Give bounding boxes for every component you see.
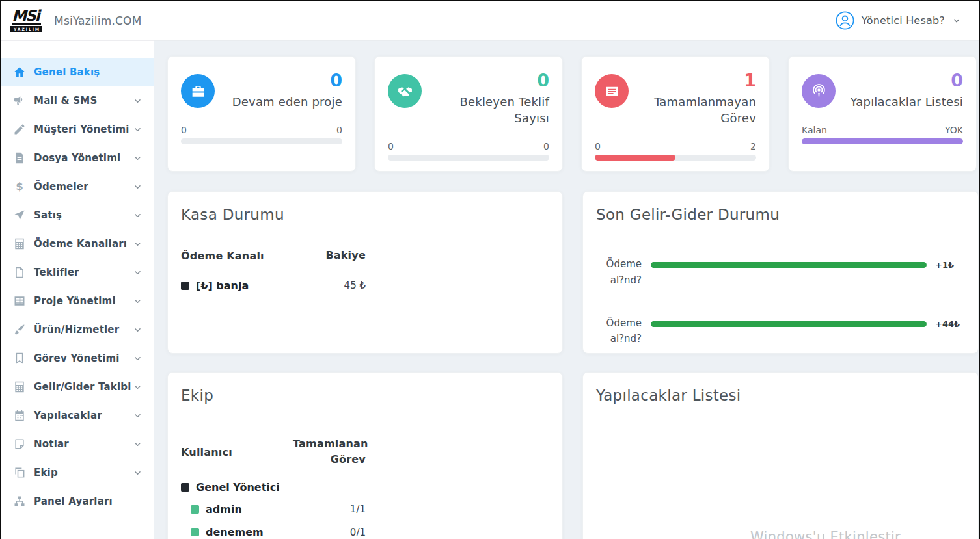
chevron-down-icon: [132, 410, 143, 421]
windows-activation-watermark: Windows'u Etkinleştir: [750, 529, 901, 539]
sitemap-icon: [12, 494, 27, 508]
sidebar-item[interactable]: Ekip: [1, 458, 154, 487]
sidebar-item[interactable]: Gelir/Gider Takibi: [1, 373, 154, 401]
stat-card-top: 1 Tamamlanmayan Görev: [595, 64, 756, 126]
sidebar-item-label: Proje Yönetimi: [34, 295, 132, 307]
stat-value: 0: [422, 70, 549, 92]
gelir-row-label: Ödeme al?nd?: [596, 256, 642, 289]
sidebar-item[interactable]: Proje Yönetimi: [1, 287, 154, 315]
stat-label: Bekleyen Teklif Sayısı: [422, 94, 549, 126]
sidebar-item[interactable]: Genel Bakış: [1, 58, 154, 86]
gelir-amount: +44₺: [935, 319, 965, 329]
stat-progress-track: [595, 155, 756, 161]
kasa-row: [₺] banja 45 ₺: [181, 278, 366, 293]
chevron-down-icon: [951, 16, 962, 26]
sidebar-item[interactable]: Mail & SMS: [1, 86, 154, 115]
legend-square-icon: [191, 528, 199, 536]
ekip-user-row: admin 1/1: [181, 502, 366, 517]
sidebar-item[interactable]: Yapılacaklar: [1, 401, 154, 430]
stat-progress-fill: [802, 138, 963, 144]
msi-logo[interactable]: MSi YAZILIM: [10, 9, 42, 32]
account-menu[interactable]: Yönetici Hesab?: [835, 10, 962, 31]
brush-icon: [12, 322, 27, 337]
copy-icon: [12, 466, 27, 480]
chevron-down-icon: [132, 296, 143, 307]
sidebar-item-label: Ekip: [34, 467, 132, 479]
legend-square-icon: [181, 282, 189, 290]
sidebar-item-label: Mail & SMS: [34, 95, 132, 107]
chevron-down-icon: [132, 96, 143, 107]
table-icon: [12, 294, 27, 308]
stat-card-top: 0 Devam eden proje: [181, 64, 342, 110]
note-icon: [12, 437, 27, 451]
ekip-user-name: admin: [206, 503, 293, 516]
sidebar-item-label: Gelir/Gider Takibi: [34, 381, 132, 393]
kasa-col-odeme-kanali: Ödeme Kanalı: [181, 250, 293, 262]
chevron-down-icon: [132, 439, 143, 450]
dollar-icon: $: [12, 179, 27, 194]
chevron-down-icon: [132, 210, 143, 221]
stat-min-label: 0: [388, 141, 394, 151]
chevron-down-icon: [132, 467, 143, 479]
sidebar-item[interactable]: Müşteri Yönetimi: [1, 115, 154, 144]
stat-card: 0 Devam eden proje 0 0: [167, 56, 356, 172]
sidebar-item[interactable]: Teklifler: [1, 258, 154, 287]
kasa-rows: [₺] banja 45 ₺: [181, 278, 366, 293]
stat-label: Devam eden proje: [215, 94, 342, 110]
briefcase-icon: [181, 74, 215, 108]
dashboard-page: { "brand": { "logo": "MSi", "logo_sub": …: [0, 0, 980, 539]
stat-max-label: 0: [336, 125, 342, 135]
gelir-row: Ödeme al?nd? +1₺: [596, 259, 965, 289]
ekip-user-tasks: 1/1: [293, 502, 366, 517]
sidebar-item[interactable]: Satış: [1, 201, 154, 230]
calculator-icon: [12, 237, 27, 251]
ekip-group-row: Genel Yönetici: [181, 481, 366, 493]
gelir-row-label: Ödeme al?nd?: [596, 315, 642, 348]
gelir-rows: Ödeme al?nd? +1₺ Ödeme al?nd? +44₺: [596, 259, 965, 347]
ekip-user-tasks: 0/1: [293, 525, 366, 539]
sidebar-item[interactable]: Görev Yönetimi: [1, 344, 154, 373]
sidebar-item[interactable]: Ürün/Hizmetler: [1, 315, 154, 344]
main-content: 0 Devam eden proje 0 0 0 Bekleyen Tekli: [154, 41, 979, 539]
sidebar-item-label: Ürün/Hizmetler: [34, 324, 132, 335]
sidebar-item-label: Müşteri Yönetimi: [34, 124, 132, 135]
top-header: Yönetici Hesab?: [154, 1, 979, 41]
sidebar-item[interactable]: Ödeme Kanalları: [1, 230, 154, 258]
stat-card-top: 0 Bekleyen Teklif Sayısı: [388, 64, 549, 126]
stat-min-label: 0: [595, 141, 601, 151]
pencil-icon: [12, 122, 27, 137]
sidebar: MSi YAZILIM MsiYazilim.COM Genel Bakış M…: [1, 1, 154, 539]
stat-progress-track: [388, 155, 549, 161]
stat-value: 0: [215, 70, 342, 92]
stat-card-top: 0 Yapılacaklar Listesi: [802, 64, 963, 110]
location-arrow-icon: [12, 208, 27, 222]
ekip-table-header: Kullanıcı Tamamlanan Görev: [181, 436, 366, 467]
kasa-col-bakiye: Bakiye: [293, 248, 366, 263]
panel-title: Ekip: [181, 387, 549, 404]
home-icon: [12, 65, 27, 79]
account-label: Yönetici Hesab?: [862, 14, 945, 27]
file-invoice-icon: [12, 151, 27, 165]
stat-progress-track: [181, 138, 342, 144]
calendar-icon: [12, 408, 27, 423]
stat-min-label: Kalan: [802, 125, 827, 135]
sidebar-menu: Genel Bakış Mail & SMS Müşteri Yönetimi …: [1, 58, 154, 516]
ekip-rows: admin 1/1 denemem 0/1: [181, 502, 366, 539]
sidebar-item[interactable]: $ Ödemeler: [1, 172, 154, 201]
sidebar-item-label: Yapılacaklar: [34, 410, 132, 421]
sidebar-item-label: Teklifler: [34, 267, 132, 278]
sidebar-item[interactable]: Notlar: [1, 430, 154, 458]
stat-progress-track: [802, 138, 963, 144]
stat-max-label: 0: [543, 141, 549, 151]
chevron-down-icon: [132, 267, 143, 278]
sidebar-item[interactable]: Panel Ayarları: [1, 487, 154, 516]
sidebar-item-label: Notlar: [34, 438, 132, 450]
ekip-col-kullanici: Kullanıcı: [181, 446, 293, 458]
chevron-down-icon: [132, 181, 143, 192]
sidebar-item[interactable]: Dosya Yönetimi: [1, 144, 154, 172]
kasa-durumu-panel: Kasa Durumu Ödeme Kanalı Bakiye [₺] banj…: [167, 191, 563, 354]
podcast-icon: [802, 74, 836, 108]
yapilacaklar-panel: Yapılacaklar Listesi Windows'u Etkinleşt…: [582, 372, 979, 539]
chevron-down-icon: [132, 239, 143, 250]
sidebar-item-label: Genel Bakış: [34, 66, 132, 78]
